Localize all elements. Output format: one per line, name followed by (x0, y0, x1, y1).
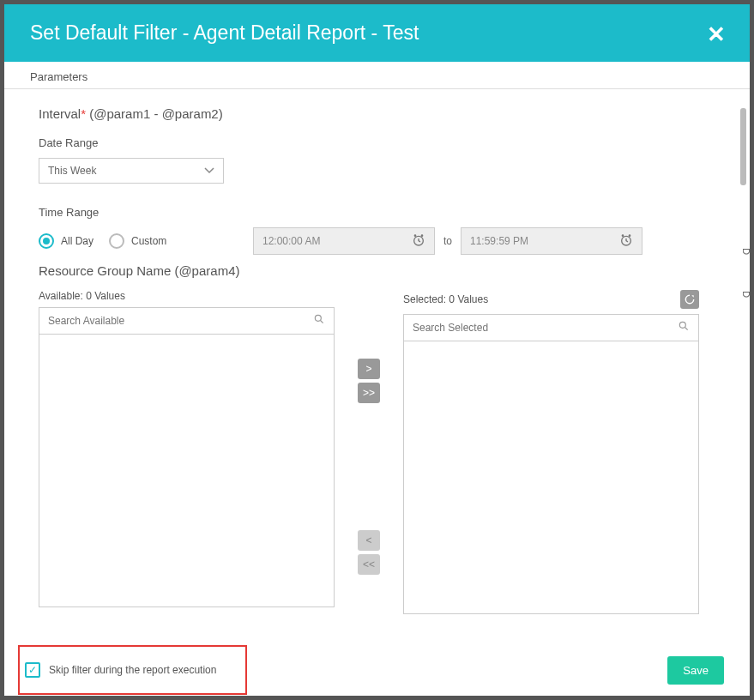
interval-params: (@param1 - @param2) (86, 106, 223, 121)
checkbox-icon: ✓ (25, 662, 40, 678)
transfer-buttons: > >> < << (335, 290, 403, 614)
tab-parameters[interactable]: Parameters (30, 67, 87, 88)
tabs-bar: Parameters (4, 62, 750, 89)
content-area: Interval* (@param1 - @param2) Date Range… (4, 89, 750, 644)
skip-filter-checkbox[interactable]: ✓ Skip filter during the report executio… (18, 645, 247, 695)
selected-column: Selected: 0 Values (403, 290, 699, 614)
selected-search[interactable] (403, 314, 699, 341)
modal-footer: ✓ Skip filter during the report executio… (4, 644, 750, 696)
selected-search-input[interactable] (413, 322, 678, 334)
clock-icon (412, 233, 425, 250)
radio-custom-label: Custom (131, 235, 166, 247)
available-search-input[interactable] (48, 315, 313, 327)
selected-list[interactable] (403, 341, 699, 614)
move-left-all-button[interactable]: << (358, 554, 380, 575)
date-range-select[interactable]: This Week (39, 158, 224, 184)
svg-point-5 (629, 234, 631, 237)
available-list[interactable] (39, 335, 335, 607)
modal-title: Set Default Filter - Agent Detail Report… (30, 21, 419, 45)
skip-filter-label: Skip filter during the report execution (49, 664, 216, 676)
time-from-value: 12:00:00 AM (262, 235, 320, 247)
save-button[interactable]: Save (667, 656, 724, 685)
search-icon (313, 313, 325, 329)
move-left-button[interactable]: < (358, 530, 380, 551)
svg-point-1 (414, 234, 417, 237)
available-search[interactable] (39, 307, 335, 335)
chevron-down-icon (204, 167, 214, 174)
refresh-button[interactable] (680, 290, 699, 309)
svg-marker-7 (691, 295, 693, 297)
svg-point-6 (315, 315, 321, 321)
interval-heading: Interval* (@param1 - @param2) (39, 106, 715, 121)
edge-text: D (741, 291, 751, 298)
clock-icon (619, 233, 633, 250)
move-right-all-button[interactable]: >> (358, 383, 380, 403)
modal-dialog: Set Default Filter - Agent Detail Report… (4, 4, 750, 696)
search-icon (678, 320, 690, 335)
date-range-label: Date Range (39, 136, 715, 149)
time-to-label: to (443, 235, 452, 247)
svg-point-4 (622, 234, 624, 237)
time-to-input[interactable]: 11:59:59 PM (461, 227, 642, 255)
close-icon[interactable]: ✕ (707, 21, 726, 48)
time-range-label: Time Range (39, 206, 715, 219)
check-icon: ✓ (28, 665, 37, 675)
time-from-input[interactable]: 12:00:00 AM (253, 227, 435, 255)
interval-label: Interval (39, 106, 81, 121)
radio-all-day[interactable]: All Day (39, 233, 93, 249)
svg-point-8 (679, 322, 685, 328)
svg-point-2 (421, 234, 424, 237)
radio-all-day-label: All Day (61, 235, 93, 247)
date-range-value: This Week (48, 165, 96, 177)
scrollbar-thumb[interactable] (740, 108, 746, 185)
available-column: Available: 0 Values (39, 290, 335, 614)
time-to-value: 11:59:59 PM (470, 235, 528, 247)
edge-text: D (741, 248, 751, 255)
available-label: Available: 0 Values (39, 290, 335, 302)
radio-custom[interactable]: Custom (109, 233, 166, 249)
move-right-button[interactable]: > (358, 359, 380, 379)
modal-header: Set Default Filter - Agent Detail Report… (4, 4, 750, 62)
resource-heading: Resource Group Name (@param4) (39, 263, 715, 278)
selected-label: Selected: 0 Values (403, 293, 488, 305)
